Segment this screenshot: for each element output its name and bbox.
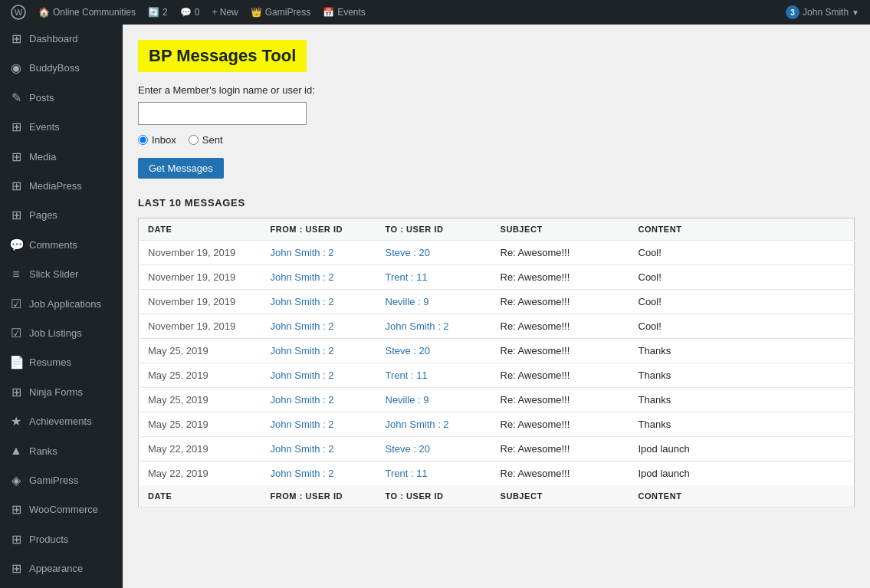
resumes-icon: 📄 [9,354,23,371]
to-link-4[interactable]: Steve : 20 [386,345,431,356]
updates-link[interactable]: 🔄 2 [142,0,174,25]
to-link-3[interactable]: John Smith : 2 [386,320,449,332]
sidebar-label-gamipress: GamiPress [29,474,78,488]
top-bar: W 🏠 Online Communities 🔄 2 💬 0 + New 👑 G… [0,0,870,25]
cell-from-2[interactable]: John Smith : 2 [261,290,376,314]
sidebar-item-gamipress[interactable]: ◈ GamiPress [0,466,123,495]
sidebar-label-buddyboss: BuddyBoss [29,61,80,75]
cell-from-4[interactable]: John Smith : 2 [261,339,376,363]
radio-sent[interactable]: Sent [189,134,223,146]
sidebar-item-appearance[interactable]: ⊞ Appearance [0,554,123,583]
sidebar-item-ninja-forms[interactable]: ⊞ Ninja Forms [0,378,123,407]
sidebar-item-buddyboss[interactable]: ◉ BuddyBoss [0,54,123,83]
page-title: BP Messages Tool [138,40,307,72]
to-link-6[interactable]: Neville : 9 [386,394,429,406]
from-link-2[interactable]: John Smith : 2 [271,296,334,307]
sidebar-label-ranks: Ranks [29,445,57,458]
cell-to-3[interactable]: John Smith : 2 [376,314,491,339]
to-link-1[interactable]: Trent : 11 [386,271,428,283]
from-link-6[interactable]: John Smith : 2 [271,394,334,406]
cell-to-0[interactable]: Steve : 20 [376,241,491,265]
sidebar-item-plugins[interactable]: ⊞ Plugins1 [0,583,123,588]
from-link-7[interactable]: John Smith : 2 [271,419,334,430]
from-link-5[interactable]: John Smith : 2 [271,370,334,381]
from-link-8[interactable]: John Smith : 2 [271,443,334,455]
site-name-link[interactable]: 🏠 Online Communities [32,0,142,25]
cell-date-9: May 22, 2019 [139,462,261,486]
from-link-3[interactable]: John Smith : 2 [271,320,334,332]
sidebar-item-dashboard[interactable]: ⊞ Dashboard [0,25,123,54]
from-link-4[interactable]: John Smith : 2 [271,345,334,356]
inbox-radio[interactable] [138,135,148,145]
comments-link[interactable]: 💬 0 [174,0,206,25]
gamipress-icon: ◈ [9,472,23,489]
col-footer-date: DATE [139,485,261,508]
sidebar-item-products[interactable]: ⊞ Products [0,525,123,554]
woocommerce-icon: ⊞ [9,501,23,518]
sidebar-item-resumes[interactable]: 📄 Resumes [0,348,123,377]
new-button[interactable]: + New [205,0,244,25]
cell-to-6[interactable]: Neville : 9 [376,388,491,412]
sidebar-item-mediapress[interactable]: ⊞ MediaPress [0,172,123,201]
cell-subject-0: Re: Awesome!!! [491,241,629,265]
from-link-9[interactable]: John Smith : 2 [271,468,334,479]
cell-from-6[interactable]: John Smith : 2 [261,388,376,412]
sidebar-item-woocommerce[interactable]: ⊞ WooCommerce [0,495,123,524]
cell-content-8: Ipod launch [629,437,855,462]
from-link-1[interactable]: John Smith : 2 [271,271,334,283]
to-link-9[interactable]: Trent : 11 [386,468,428,479]
cell-from-7[interactable]: John Smith : 2 [261,412,376,437]
to-link-5[interactable]: Trent : 11 [386,370,428,381]
comments-icon: 💬 [9,237,23,254]
to-link-2[interactable]: Neville : 9 [386,296,429,307]
cell-to-9[interactable]: Trent : 11 [376,462,491,486]
to-link-8[interactable]: Steve : 20 [386,443,431,455]
new-label: + New [212,7,238,18]
sidebar-item-job-applications[interactable]: ☑ Job Applications [0,290,123,319]
to-link-7[interactable]: John Smith : 2 [386,419,449,430]
sidebar-item-achievements[interactable]: ★ Achievements [0,407,123,436]
table-row: November 19, 2019 John Smith : 2 John Sm… [139,314,855,339]
sidebar-label-mediapress: MediaPress [29,179,82,193]
member-input[interactable] [138,102,307,125]
table-row: November 19, 2019 John Smith : 2 Neville… [139,290,855,314]
sidebar-item-job-listings[interactable]: ☑ Job Listings [0,319,123,348]
cell-content-7: Thanks [629,412,855,437]
table-row: May 25, 2019 John Smith : 2 John Smith :… [139,412,855,437]
sidebar-item-comments[interactable]: 💬 Comments [0,231,123,260]
cell-from-1[interactable]: John Smith : 2 [261,265,376,290]
wp-logo-icon[interactable]: W [5,5,32,20]
events-icon: 📅 [323,7,334,18]
sidebar-item-ranks[interactable]: ▲ Ranks [0,436,123,465]
cell-to-7[interactable]: John Smith : 2 [376,412,491,437]
pages-icon: ⊞ [9,207,23,224]
cell-to-1[interactable]: Trent : 11 [376,265,491,290]
cell-to-2[interactable]: Neville : 9 [376,290,491,314]
to-link-0[interactable]: Steve : 20 [386,247,431,258]
sidebar-item-media[interactable]: ⊞ Media [0,143,123,172]
cell-date-6: May 25, 2019 [139,388,261,412]
cell-content-4: Thanks [629,339,855,363]
events-link[interactable]: 📅 Events [317,0,372,25]
sidebar-item-posts[interactable]: ✎ Posts [0,84,123,113]
col-footer-to: TO : USER ID [376,485,491,508]
sidebar-item-events[interactable]: ⊞ Events [0,113,123,142]
user-notifications[interactable]: 3 John Smith ▼ [780,0,865,25]
radio-inbox[interactable]: Inbox [138,134,176,146]
cell-to-5[interactable]: Trent : 11 [376,363,491,388]
cell-from-9[interactable]: John Smith : 2 [261,462,376,486]
sidebar-item-slick-slider[interactable]: ≡ Slick Slider [0,260,123,289]
cell-from-0[interactable]: John Smith : 2 [261,241,376,265]
sidebar-item-pages[interactable]: ⊞ Pages [0,201,123,230]
cell-from-5[interactable]: John Smith : 2 [261,363,376,388]
get-messages-button[interactable]: Get Messages [138,158,224,179]
job-listings-icon: ☑ [9,325,23,342]
cell-from-3[interactable]: John Smith : 2 [261,314,376,339]
from-link-0[interactable]: John Smith : 2 [271,247,334,258]
cell-to-8[interactable]: Steve : 20 [376,437,491,462]
cell-from-8[interactable]: John Smith : 2 [261,437,376,462]
table-footer-row: DATE FROM : USER ID TO : USER ID SUBJECT… [139,485,855,508]
sent-radio[interactable] [189,135,199,145]
gamipress-link[interactable]: 👑 GamiPress [245,0,317,25]
cell-to-4[interactable]: Steve : 20 [376,339,491,363]
